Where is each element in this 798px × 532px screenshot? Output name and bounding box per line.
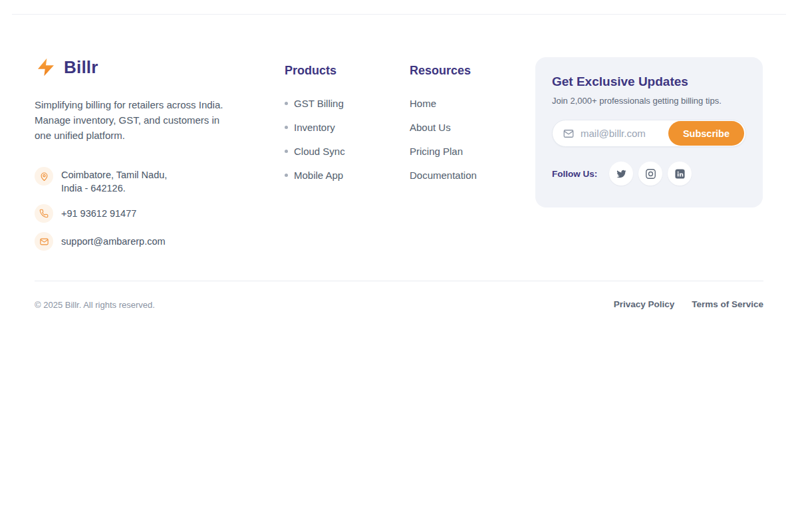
- mail-icon: [563, 128, 575, 140]
- address-text: Coimbatore, Tamil Nadu, India - 642126.: [61, 167, 167, 195]
- newsletter-title: Get Exclusive Updates: [552, 74, 746, 89]
- product-link-inventory[interactable]: Inventory: [285, 122, 345, 133]
- resource-link-label[interactable]: Home: [410, 98, 436, 109]
- top-divider: [12, 14, 786, 15]
- contact-phone[interactable]: +91 93612 91477: [35, 204, 254, 223]
- resource-link-pricing-plan[interactable]: Pricing Plan: [410, 146, 477, 157]
- email-text: support@ambarerp.com: [61, 235, 166, 248]
- newsletter-subtitle: Join 2,000+ professionals getting billin…: [552, 96, 746, 106]
- twitter-icon[interactable]: [609, 162, 633, 186]
- resource-link-documentation[interactable]: Documentation: [410, 170, 477, 181]
- linkedin-icon[interactable]: [668, 162, 692, 186]
- copyright-text: © 2025 Billr. All rights reserved.: [35, 300, 155, 310]
- product-link-label[interactable]: Inventory: [294, 122, 335, 133]
- location-pin-icon: [35, 167, 53, 186]
- brand-column: Billr Simplifying billing for retailers …: [35, 55, 254, 260]
- resource-link-label[interactable]: About Us: [410, 122, 451, 133]
- product-link-gst-billing[interactable]: GST Billing: [285, 98, 345, 109]
- footer-page: Billr Simplifying billing for retailers …: [0, 0, 798, 532]
- contact-email[interactable]: support@ambarerp.com: [35, 232, 254, 251]
- product-link-label[interactable]: GST Billing: [294, 98, 344, 109]
- phone-icon: [35, 204, 53, 223]
- bullet-icon: [285, 150, 288, 153]
- resources-list: Home About Us Pricing Plan Documentation: [410, 98, 477, 181]
- bullet-icon: [285, 102, 288, 105]
- phone-text: +91 93612 91477: [61, 207, 136, 220]
- product-link-label[interactable]: Mobile App: [294, 170, 343, 181]
- products-title: Products: [285, 64, 345, 78]
- follow-row: Follow Us:: [552, 162, 746, 186]
- instagram-icon[interactable]: [638, 162, 662, 186]
- bottom-divider: [35, 281, 763, 281]
- product-link-cloud-sync[interactable]: Cloud Sync: [285, 146, 345, 157]
- product-link-label[interactable]: Cloud Sync: [294, 146, 345, 157]
- privacy-policy-link[interactable]: Privacy Policy: [614, 299, 675, 309]
- terms-of-service-link[interactable]: Terms of Service: [692, 299, 763, 309]
- contact-address: Coimbatore, Tamil Nadu, India - 642126.: [35, 167, 254, 195]
- brand-logo: Billr: [35, 55, 254, 80]
- resource-link-label[interactable]: Pricing Plan: [410, 146, 463, 157]
- brand-tagline: Simplifying billing for retailers across…: [35, 97, 254, 143]
- resource-link-home[interactable]: Home: [410, 98, 477, 109]
- bullet-icon: [285, 126, 288, 129]
- email-icon: [35, 232, 53, 251]
- products-list: GST Billing Inventory Cloud Sync Mobile …: [285, 98, 345, 181]
- lightning-bolt-icon: [35, 56, 57, 78]
- bottom-links: Privacy Policy Terms of Service: [614, 299, 763, 309]
- subscribe-button[interactable]: Subscribe: [668, 121, 744, 146]
- resource-link-about-us[interactable]: About Us: [410, 122, 477, 133]
- brand-name: Billr: [64, 57, 98, 78]
- bullet-icon: [285, 174, 288, 177]
- products-column: Products GST Billing Inventory Cloud Syn…: [285, 64, 345, 194]
- resource-link-label[interactable]: Documentation: [410, 170, 477, 181]
- resources-title: Resources: [410, 64, 477, 78]
- newsletter-form: Subscribe: [552, 120, 746, 147]
- product-link-mobile-app[interactable]: Mobile App: [285, 170, 345, 181]
- contact-list: Coimbatore, Tamil Nadu, India - 642126. …: [35, 167, 254, 251]
- email-input[interactable]: [581, 128, 668, 139]
- follow-us-label: Follow Us:: [552, 169, 597, 179]
- newsletter-card: Get Exclusive Updates Join 2,000+ profes…: [535, 57, 763, 207]
- resources-column: Resources Home About Us Pricing Plan Doc…: [410, 64, 477, 194]
